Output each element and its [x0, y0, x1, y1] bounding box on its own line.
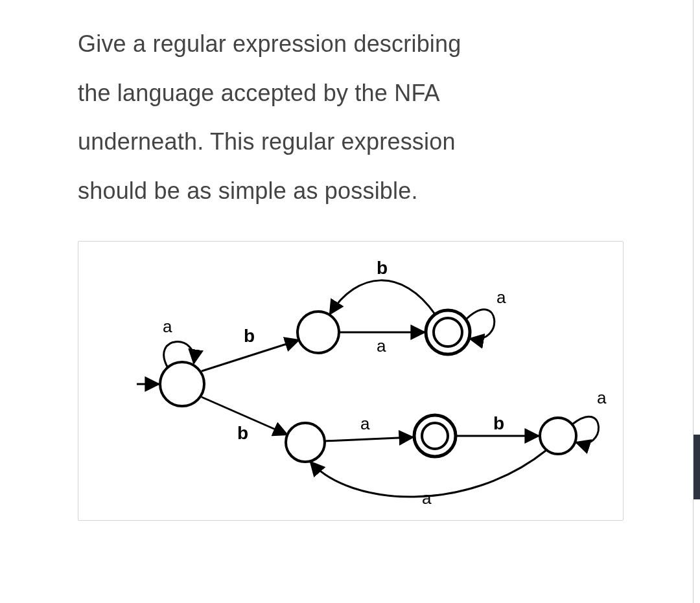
page: Give a regular expression describing the…: [0, 0, 700, 603]
label-q2-self: a: [496, 288, 506, 307]
label-q0-self: a: [163, 317, 172, 336]
label-q5-self: a: [597, 388, 607, 407]
state-q5: [540, 418, 576, 454]
scrollbar-thumb[interactable]: [694, 435, 700, 499]
label-q1-q2: a: [377, 336, 386, 356]
question-line-1: Give a regular expression describing: [78, 19, 648, 69]
edge-q2-q1: [330, 280, 435, 314]
question-line-4: should be as simple as possible.: [78, 166, 648, 216]
state-q3: [286, 423, 325, 462]
state-q2-inner: [434, 318, 462, 347]
state-q1: [298, 312, 339, 353]
label-q0-q1: b: [244, 326, 255, 346]
label-q0-q3: b: [237, 423, 248, 443]
question-line-2: the language accepted by the NFA: [78, 69, 648, 118]
nfa-diagram: a a a b b a b a b: [78, 241, 624, 521]
state-q0: [160, 362, 204, 406]
label-q3-q4: a: [360, 414, 370, 433]
label-q5-q3: a: [422, 488, 432, 508]
label-q2-q1: b: [377, 258, 388, 278]
edge-q3-q4: [325, 437, 413, 441]
question-line-3: underneath. This regular expression: [78, 117, 648, 166]
label-q4-q5: b: [493, 413, 504, 433]
state-q4-inner: [422, 423, 448, 449]
question-text: Give a regular expression describing the…: [78, 19, 648, 215]
nfa-svg: a a a b b a b a b: [78, 242, 623, 520]
page-right-border: [693, 0, 700, 603]
